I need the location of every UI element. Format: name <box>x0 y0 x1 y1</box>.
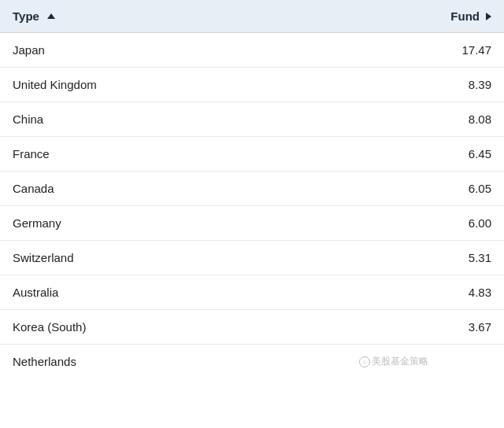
row-type: Japan <box>13 43 428 57</box>
table-row: France6.45 <box>0 137 504 172</box>
row-type: Netherlands <box>13 355 353 368</box>
header-type-label: Type <box>13 9 39 23</box>
row-value: 5.31 <box>428 251 491 264</box>
row-type: Australia <box>13 286 428 299</box>
table-row: China8.08 <box>0 102 504 137</box>
row-value: 6.05 <box>428 182 491 195</box>
table-row: United Kingdom8.39 <box>0 68 504 102</box>
row-type: United Kingdom <box>13 78 428 91</box>
header-type: Type <box>13 9 428 23</box>
row-type: China <box>13 113 428 126</box>
table-header[interactable]: Type Fund <box>0 0 504 33</box>
row-value: 4.83 <box>428 286 491 299</box>
row-value: 17.47 <box>428 43 491 57</box>
table-row: Japan17.47 <box>0 33 504 68</box>
sort-right-icon <box>486 13 491 20</box>
table-row: Germany6.00 <box>0 206 504 241</box>
row-value: 6.00 <box>428 216 491 230</box>
table-row: Switzerland5.31 <box>0 241 504 275</box>
sort-ascending-icon <box>47 13 55 19</box>
table-row: Netherlands☺美股基金策略 <box>0 345 504 378</box>
header-fund: Fund <box>428 9 491 23</box>
watermark: ☺美股基金策略 <box>359 355 428 368</box>
row-type: Korea (South) <box>13 320 428 334</box>
row-value: 8.08 <box>428 113 491 126</box>
row-type: Switzerland <box>13 251 428 264</box>
row-value: 8.39 <box>428 78 491 91</box>
table-row: Korea (South)3.67 <box>0 310 504 345</box>
row-type: Canada <box>13 182 428 195</box>
row-type: France <box>13 147 428 160</box>
row-value: 3.67 <box>428 320 491 334</box>
row-type: Germany <box>13 216 428 230</box>
table-container: Type Fund Japan17.47United Kingdom8.39Ch… <box>0 0 504 378</box>
row-value: 6.45 <box>428 147 491 160</box>
table-row: Australia4.83 <box>0 275 504 310</box>
table-row: Canada6.05 <box>0 172 504 206</box>
table-body: Japan17.47United Kingdom8.39China8.08Fra… <box>0 33 504 378</box>
header-fund-label: Fund <box>450 9 480 23</box>
